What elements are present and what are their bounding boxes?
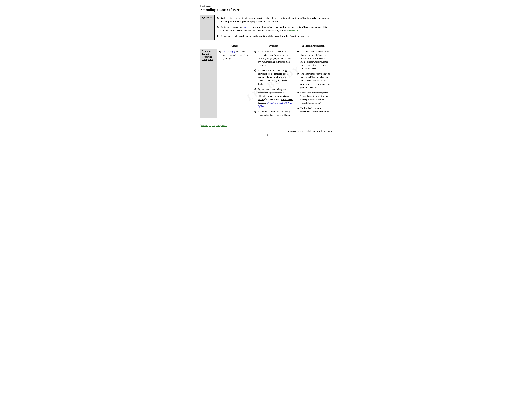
overview-text-1: Students at the University of Law are ex… bbox=[220, 17, 330, 24]
prob-text-1: The issue with this clause is that it re… bbox=[258, 50, 293, 67]
amend-text-1: The Tenant should seek to limit their re… bbox=[301, 50, 330, 70]
problem-bullet-2: ❖ The lease as drafted contains no provi… bbox=[254, 69, 293, 86]
cell-clause: ❖ Clause 6.4(a): The Tenant must… keep t… bbox=[217, 49, 252, 118]
cell-problem: LPC BUDDY ❖ The issue with this clause i… bbox=[252, 49, 295, 118]
amend-text-4: Parties should prepare a schedule of con… bbox=[301, 107, 330, 113]
overview-text-3: Below, we consider inadequacies in the d… bbox=[220, 34, 310, 38]
overview-bullet-3: ❖ Below, we consider inadequacies in the… bbox=[217, 34, 330, 38]
clause-text: Clause 6.4(a): The Tenant must… keep the… bbox=[223, 50, 251, 60]
prob-text-3: Further, a covenant to keep the property… bbox=[258, 88, 293, 108]
here-link[interactable]: here bbox=[243, 26, 247, 28]
amend-bullet-icon-2: ❖ bbox=[297, 72, 299, 89]
overview-bullet-2: ❖ Available for download here is the exa… bbox=[217, 26, 330, 33]
clause-link[interactable]: Clause 6.4(a): bbox=[223, 50, 236, 53]
overview-text-2: Available for download here is the examp… bbox=[220, 26, 330, 33]
amend-text-3: Check your instructions; is the Tenant h… bbox=[301, 91, 330, 105]
cell-amendment: ❖ The Tenant should seek to limit their … bbox=[295, 49, 332, 118]
amend-bullet-icon-3: ❖ bbox=[297, 91, 299, 105]
table-row: Extent ofTenant'sRepairingObligation ❖ C… bbox=[200, 49, 332, 118]
overview-label: Overview bbox=[200, 15, 215, 40]
prob-bullet-icon-2: ❖ bbox=[254, 68, 257, 86]
page-footer: Amending a Lease of Part | 1 | v 1.0 202… bbox=[200, 130, 332, 132]
copyright: © LPC Buddy bbox=[200, 5, 332, 7]
th-amendment: Suggested Amendment bbox=[295, 43, 332, 49]
prob-bullet-icon-1: ❖ bbox=[254, 50, 257, 67]
main-table: Clause Problem Suggested Amendment Exten… bbox=[200, 43, 332, 118]
clause-bullet-icon: ❖ bbox=[219, 50, 221, 60]
bullet-icon-1: ❖ bbox=[217, 16, 219, 24]
overview-bullet-1: ❖ Students at the University of Law are … bbox=[217, 17, 330, 24]
overview-table: Overview ❖ Students at the University of… bbox=[200, 15, 332, 40]
problem-bullet-3: ❖ Further, a covenant to keep the proper… bbox=[254, 88, 293, 108]
amend-bullet-icon-1: ❖ bbox=[297, 50, 299, 70]
amend-bullet-2: ❖ The Tenant may wish to limit its repai… bbox=[297, 72, 330, 89]
amend-bullet-icon-4: ❖ bbox=[297, 106, 299, 113]
prob-bullet-icon-4: ❖ bbox=[254, 110, 257, 117]
amend-text-2: The Tenant may wish to limit its repairi… bbox=[301, 72, 330, 89]
footnote-link[interactable]: Workshop 12, Preparatory Task 2 bbox=[201, 124, 227, 127]
footnote: 1 Workshop 12, Preparatory Task 2 bbox=[200, 123, 240, 127]
th-problem: Problem bbox=[252, 43, 295, 49]
footer-right: Amending a Lease of Part | 1 | v 1.0 202… bbox=[287, 130, 332, 132]
amend-bullet-1: ❖ The Tenant should seek to limit their … bbox=[297, 50, 330, 70]
bullet-icon-3: ❖ bbox=[217, 34, 219, 38]
page-title: Amending a Lease of Part1 bbox=[200, 8, 332, 12]
prob-bullet-icon-3: ❖ bbox=[254, 87, 257, 108]
row-heading: Extent ofTenant'sRepairingObligation bbox=[200, 49, 217, 118]
prob-text-4: Therefore, an issue for an incoming tena… bbox=[258, 110, 293, 117]
workshop12-link[interactable]: Workshop 12. bbox=[288, 29, 301, 32]
prob-text-2: The lease as drafted contains no provisi… bbox=[258, 69, 293, 86]
footnote-number: 1 bbox=[200, 124, 201, 126]
problem-bullet-1: ❖ The issue with this clause is that it … bbox=[254, 50, 293, 67]
th-heading bbox=[200, 43, 217, 49]
amend-bullet-3: ❖ Check your instructions; is the Tenant… bbox=[297, 91, 330, 105]
amend-bullet-4: ❖ Parties should prepare a schedule of c… bbox=[297, 107, 330, 113]
bullet-icon-2: ❖ bbox=[217, 25, 219, 33]
th-clause: Clause bbox=[217, 43, 252, 49]
problem-bullet-4: ❖ Therefore, an issue for an incoming te… bbox=[254, 110, 293, 117]
overview-content: ❖ Students at the University of Law are … bbox=[215, 15, 332, 40]
page-number: 193 bbox=[200, 134, 332, 136]
